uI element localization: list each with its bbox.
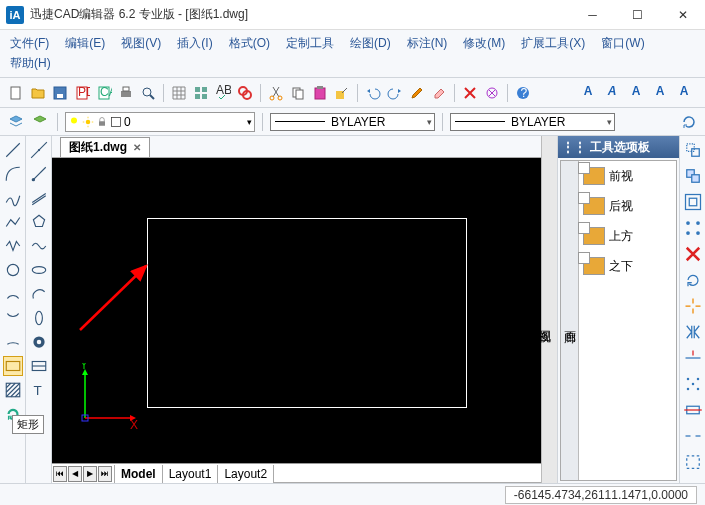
array-icon[interactable] bbox=[683, 218, 703, 238]
polyline-icon[interactable] bbox=[3, 212, 23, 232]
arc4-icon[interactable] bbox=[29, 284, 49, 304]
palette-item[interactable]: 上方 bbox=[583, 227, 672, 245]
save-icon[interactable] bbox=[50, 83, 70, 103]
menu-draw[interactable]: 绘图(D) bbox=[350, 35, 391, 52]
multiline-icon[interactable] bbox=[29, 188, 49, 208]
ellipse-icon[interactable] bbox=[29, 260, 49, 280]
maximize-button[interactable]: ☐ bbox=[615, 0, 660, 30]
ray-icon[interactable] bbox=[29, 164, 49, 184]
arc3-icon[interactable] bbox=[3, 308, 23, 328]
menu-window[interactable]: 窗口(W) bbox=[601, 35, 644, 52]
palette-header[interactable]: ⋮⋮ 工具选项板 bbox=[558, 136, 679, 158]
refresh-icon[interactable] bbox=[679, 112, 699, 132]
text-style-a1[interactable]: A bbox=[579, 84, 597, 98]
paste-icon[interactable] bbox=[310, 83, 330, 103]
text-style-a3[interactable]: A bbox=[627, 84, 645, 98]
break-icon[interactable] bbox=[683, 426, 703, 446]
close-button[interactable]: ✕ bbox=[660, 0, 705, 30]
ellipse2-icon[interactable] bbox=[29, 308, 49, 328]
wave-icon[interactable] bbox=[29, 236, 49, 256]
cad-icon[interactable]: CAD bbox=[94, 83, 114, 103]
donut-icon[interactable] bbox=[29, 332, 49, 352]
join-icon[interactable] bbox=[683, 452, 703, 472]
layer-mgr-icon[interactable] bbox=[6, 112, 26, 132]
help-icon[interactable]: ? bbox=[513, 83, 533, 103]
minimize-button[interactable]: ─ bbox=[570, 0, 615, 30]
erase-icon[interactable] bbox=[429, 83, 449, 103]
tab-model[interactable]: Model bbox=[114, 465, 163, 483]
move-icon[interactable] bbox=[683, 140, 703, 160]
text-style-a2[interactable]: A bbox=[603, 84, 621, 98]
menu-help[interactable]: 帮助(H) bbox=[10, 55, 51, 72]
linetype-combo[interactable]: BYLAYER bbox=[270, 113, 435, 131]
spell-icon[interactable]: ABC bbox=[213, 83, 233, 103]
hatch-icon[interactable] bbox=[3, 380, 23, 400]
grid-icon[interactable] bbox=[169, 83, 189, 103]
redo-icon[interactable] bbox=[385, 83, 405, 103]
mirror-icon[interactable] bbox=[683, 322, 703, 342]
points-icon[interactable] bbox=[683, 374, 703, 394]
drawing-canvas[interactable]: Y X bbox=[52, 158, 541, 463]
new-icon[interactable] bbox=[6, 83, 26, 103]
trim-icon[interactable] bbox=[683, 348, 703, 368]
copy2-icon[interactable] bbox=[683, 166, 703, 186]
vertical-scrollbar[interactable] bbox=[541, 136, 557, 483]
tab-last-icon[interactable]: ⏭ bbox=[98, 466, 112, 482]
brush-icon[interactable] bbox=[407, 83, 427, 103]
menu-edit[interactable]: 编辑(E) bbox=[65, 35, 105, 52]
polygon-icon[interactable] bbox=[29, 212, 49, 232]
tab-layout1[interactable]: Layout1 bbox=[163, 465, 219, 483]
cut-icon[interactable] bbox=[266, 83, 286, 103]
stretch-icon[interactable] bbox=[683, 400, 703, 420]
text-style-a4[interactable]: A bbox=[651, 84, 669, 98]
delete2-icon[interactable] bbox=[683, 244, 703, 264]
spline-icon[interactable] bbox=[3, 188, 23, 208]
separator bbox=[262, 113, 263, 131]
palette-item[interactable]: 后视 bbox=[583, 197, 672, 215]
lineweight-combo[interactable]: BYLAYER bbox=[450, 113, 615, 131]
rotate-icon[interactable] bbox=[683, 270, 703, 290]
circle-icon[interactable] bbox=[3, 260, 23, 280]
undo-icon[interactable] bbox=[363, 83, 383, 103]
print-icon[interactable] bbox=[116, 83, 136, 103]
tab-prev-icon[interactable]: ◀ bbox=[68, 466, 82, 482]
line-icon[interactable] bbox=[3, 140, 23, 160]
xline-icon[interactable] bbox=[29, 140, 49, 160]
tab-layout2[interactable]: Layout2 bbox=[218, 465, 274, 483]
palette-item[interactable]: 前视 bbox=[583, 167, 672, 185]
text-style-a5[interactable]: A bbox=[675, 84, 693, 98]
menu-insert[interactable]: 插入(I) bbox=[177, 35, 212, 52]
tab-next-icon[interactable]: ▶ bbox=[83, 466, 97, 482]
menu-file[interactable]: 文件(F) bbox=[10, 35, 49, 52]
rectangle-icon[interactable] bbox=[3, 356, 23, 376]
grid2-icon[interactable] bbox=[191, 83, 211, 103]
zigzag-icon[interactable] bbox=[3, 236, 23, 256]
layer-icon[interactable] bbox=[30, 112, 50, 132]
region-icon[interactable] bbox=[29, 356, 49, 376]
layer-combo[interactable]: 0 ▾ bbox=[65, 112, 255, 132]
ellipse-arc-icon[interactable] bbox=[3, 332, 23, 352]
cleanup-icon[interactable] bbox=[482, 83, 502, 103]
preview-icon[interactable] bbox=[138, 83, 158, 103]
menu-extend-tools[interactable]: 扩展工具(X) bbox=[521, 35, 585, 52]
offset-icon[interactable] bbox=[683, 192, 703, 212]
find-icon[interactable] bbox=[235, 83, 255, 103]
menu-view[interactable]: 视图(V) bbox=[121, 35, 161, 52]
text-icon[interactable]: T bbox=[29, 380, 49, 400]
document-tab[interactable]: 图纸1.dwg ✕ bbox=[60, 137, 150, 157]
menu-modify[interactable]: 修改(M) bbox=[463, 35, 505, 52]
match-icon[interactable] bbox=[332, 83, 352, 103]
delete-icon[interactable] bbox=[460, 83, 480, 103]
tab-first-icon[interactable]: ⏮ bbox=[53, 466, 67, 482]
pdf-icon[interactable]: PDF bbox=[72, 83, 92, 103]
palette-item[interactable]: 之下 bbox=[583, 257, 672, 275]
menu-dimension[interactable]: 标注(N) bbox=[407, 35, 448, 52]
copy-icon[interactable] bbox=[288, 83, 308, 103]
explode-icon[interactable] bbox=[683, 296, 703, 316]
arc2-icon[interactable] bbox=[3, 284, 23, 304]
menu-format[interactable]: 格式(O) bbox=[229, 35, 270, 52]
menu-custom-tools[interactable]: 定制工具 bbox=[286, 35, 334, 52]
open-icon[interactable] bbox=[28, 83, 48, 103]
close-tab-icon[interactable]: ✕ bbox=[133, 142, 141, 153]
arc-icon[interactable] bbox=[3, 164, 23, 184]
